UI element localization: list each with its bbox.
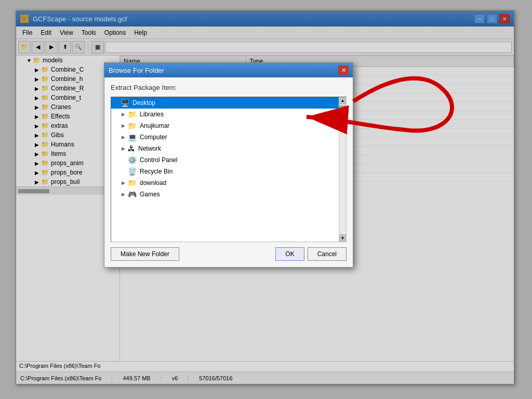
dialog-close-button[interactable]: ✕ — [338, 65, 349, 75]
recycle-bin-icon: 🗑️ — [128, 167, 137, 176]
folder-icon: 📁 — [128, 122, 137, 130]
expand-icon: ▶ — [122, 146, 128, 151]
folder-icon: 📁 — [128, 179, 137, 187]
dialog-tree-control-panel[interactable]: ⚙️ Control Panel — [111, 154, 346, 166]
scrollbar-up[interactable]: ▲ — [339, 97, 346, 104]
browse-folder-dialog: Browse For Folder ✕ Extract Package Item… — [104, 62, 353, 268]
desktop-icon: 🖥️ — [121, 99, 129, 107]
scrollbar-thumb[interactable] — [339, 105, 346, 126]
make-new-folder-button[interactable]: Make New Folder — [111, 247, 179, 261]
expand-icon: ▶ — [122, 135, 128, 140]
dialog-title-bar: Browse For Folder ✕ — [104, 63, 353, 77]
dialog-overlay: Browse For Folder ✕ Extract Package Item… — [0, 0, 532, 399]
control-panel-icon: ⚙️ — [128, 156, 137, 164]
dialog-confirm-buttons: OK Cancel — [275, 247, 347, 261]
dialog-tree-recycle-bin[interactable]: 🗑️ Recycle Bin — [111, 166, 346, 177]
computer-icon: 💻 — [128, 133, 137, 141]
dialog-tree: 🖥️ Desktop ▶ 📁 Libraries ▶ 📁 Anujkumar — [111, 97, 347, 242]
expand-icon: ▶ — [122, 123, 128, 128]
dialog-tree-desktop[interactable]: 🖥️ Desktop — [111, 97, 346, 109]
dialog-body: Extract Package Item: 🖥️ Desktop ▶ 📁 Lib… — [104, 77, 353, 267]
dialog-buttons: Make New Folder OK Cancel — [111, 247, 347, 261]
dialog-tree-download[interactable]: ▶ 📁 download — [111, 177, 346, 189]
games-icon: 🎮 — [128, 190, 137, 198]
dialog-tree-anujkumar[interactable]: ▶ 📁 Anujkumar — [111, 120, 346, 131]
network-icon: 🖧 — [128, 144, 135, 153]
expand-icon: ▶ — [122, 192, 128, 197]
dialog-tree-libraries[interactable]: ▶ 📁 Libraries — [111, 109, 346, 120]
folder-icon: 📁 — [128, 110, 137, 118]
dialog-title: Browse For Folder — [109, 66, 338, 74]
dialog-tree-network[interactable]: ▶ 🖧 Network — [111, 143, 346, 154]
extract-label: Extract Package Item: — [111, 84, 347, 91]
cancel-button[interactable]: Cancel — [308, 247, 347, 261]
dialog-tree-games[interactable]: ▶ 🎮 Games — [111, 189, 346, 200]
dialog-scrollbar[interactable]: ▲ ▼ — [339, 97, 346, 242]
scrollbar-down[interactable]: ▼ — [339, 234, 346, 242]
dialog-tree-computer[interactable]: ▶ 💻 Computer — [111, 131, 346, 143]
expand-icon: ▶ — [122, 112, 128, 117]
ok-button[interactable]: OK — [275, 247, 304, 261]
expand-icon: ▶ — [122, 180, 128, 185]
